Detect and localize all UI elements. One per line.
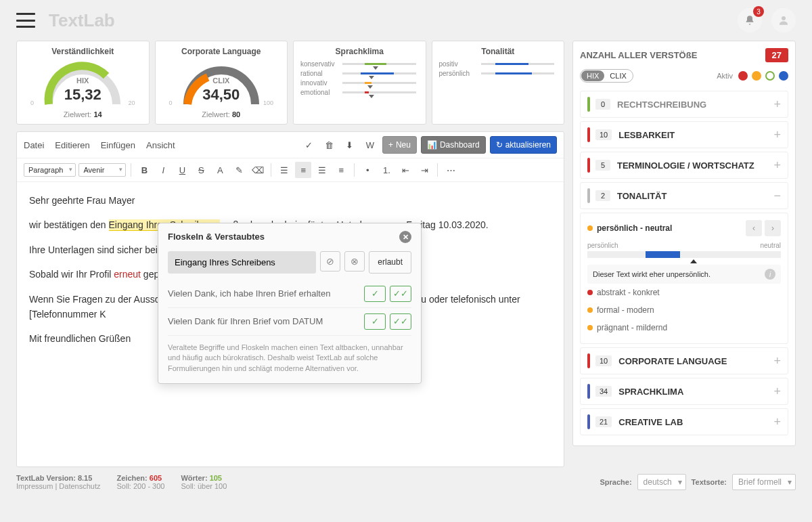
tonal-sub-item[interactable]: formal - modern <box>587 301 781 319</box>
category-sprachklima[interactable]: 34 SPRACHKLIMA + <box>580 378 788 405</box>
close-icon[interactable]: ✕ <box>399 231 411 243</box>
impressum-link[interactable]: Impressum | Datenschutz <box>16 482 101 490</box>
italic-icon[interactable]: I <box>155 162 171 178</box>
bullet-list-icon[interactable]: • <box>359 162 376 178</box>
suggestion-row: Vielen Dank für Ihren Brief vom DATUM ✓ … <box>168 308 411 336</box>
tonal-sub-item[interactable]: abstrakt - konkret <box>587 284 781 301</box>
popup-title: Floskeln & Verstaubtes <box>168 230 265 244</box>
filter-blue-icon[interactable] <box>779 71 788 81</box>
tonalitaet-detail: persönlich - neutral ‹› persönlichneutra… <box>580 213 788 344</box>
textsorte-select[interactable]: Brief formell <box>732 474 796 490</box>
menu-datei[interactable]: Datei <box>24 140 44 150</box>
next-icon[interactable]: › <box>765 220 781 236</box>
align-left-icon[interactable]: ☰ <box>276 162 292 178</box>
align-right-icon[interactable]: ☰ <box>314 162 330 178</box>
clix-card: Corporate Language CLIX 34,50 0 100 Ziel… <box>155 41 288 125</box>
accept-single-icon[interactable]: ✓ <box>364 286 386 302</box>
info-icon[interactable]: i <box>765 269 775 280</box>
aktualisieren-button[interactable]: ↻ aktualisieren <box>490 136 557 154</box>
category-corporatelanguage[interactable]: 10 CORPORATE LANGUAGE + <box>580 347 788 374</box>
sprache-select[interactable]: deutsch <box>637 474 686 490</box>
menu-einfuegen[interactable]: Einfügen <box>101 140 135 150</box>
hix-card: Verständlichkeit HIX 15,32 0 20 Zielwert… <box>16 41 150 125</box>
trash-icon[interactable]: 🗑 <box>321 137 338 153</box>
category-lesbarkeit[interactable]: 10 LESBARKEIT + <box>580 121 788 148</box>
strike-icon[interactable]: S <box>193 162 209 178</box>
hamburger-menu[interactable] <box>16 13 35 28</box>
download-icon[interactable]: ⬇ <box>342 137 358 153</box>
category-tonalitt[interactable]: 2 TONALITÄT − <box>580 182 788 209</box>
accept-all-icon[interactable]: ✓✓ <box>390 286 411 302</box>
more-icon[interactable]: ⋯ <box>443 162 459 178</box>
accept-all-icon[interactable]: ✓✓ <box>390 313 411 330</box>
prev-icon[interactable]: ‹ <box>746 220 762 236</box>
align-center-icon[interactable]: ≡ <box>295 162 311 178</box>
hix-title: Verständlichkeit <box>24 47 142 56</box>
category-terminologiewortschatz[interactable]: 5 TERMINOLOGIE / WORTSCHATZ + <box>580 152 788 179</box>
svg-point-0 <box>782 16 786 20</box>
outdent-icon[interactable]: ⇤ <box>397 162 413 178</box>
indent-icon[interactable]: ⇥ <box>416 162 432 178</box>
notifications-icon[interactable]: 3 <box>738 8 762 32</box>
number-list-icon[interactable]: 1. <box>378 162 394 178</box>
category-rechtschreibung[interactable]: 0 RECHTSCHREIBUNG + <box>580 91 788 118</box>
category-creativelab[interactable]: 21 CREATIVE LAB + <box>580 408 788 435</box>
filter-yellow-icon[interactable] <box>752 71 761 81</box>
underline-icon[interactable]: U <box>174 162 190 178</box>
check-icon[interactable]: ✓ <box>301 137 317 153</box>
tonalitaet-card: Tonalität positiv persönlich <box>432 41 565 125</box>
violations-total: 27 <box>765 48 788 62</box>
editor-content[interactable]: Sehr geehrte Frau Mayer wir bestätigen d… <box>17 182 564 466</box>
violations-title: ANZAHL ALLER VERSTÖßE <box>580 50 697 60</box>
violations-panel: ANZAHL ALLER VERSTÖßE 27 HIX CLIX Aktiv … <box>572 41 796 446</box>
sprachklima-card: Sprachklima konservativ rational innovat… <box>293 41 426 125</box>
word-icon[interactable]: W <box>362 137 378 153</box>
bold-icon[interactable]: B <box>136 162 152 178</box>
suggestion-popup: Floskeln & Verstaubtes ✕ ⊘ ⊗ erlaubt Vie… <box>158 223 422 384</box>
app-logo: TextLab <box>49 10 115 31</box>
popup-input[interactable] <box>168 251 316 274</box>
suggestion-row: Vielen Dank, ich habe Ihren Brief erhalt… <box>168 280 411 308</box>
reject-icon[interactable]: ⊗ <box>344 251 365 271</box>
filter-red-icon[interactable] <box>738 71 748 81</box>
notification-badge: 3 <box>753 6 764 17</box>
neu-button[interactable]: + Neu <box>382 136 417 154</box>
forbid-icon[interactable]: ⊘ <box>320 251 340 271</box>
align-justify-icon[interactable]: ≡ <box>333 162 349 178</box>
dashboard-button[interactable]: 📊 Dashboard <box>421 136 486 154</box>
hix-clix-toggle[interactable]: HIX CLIX <box>580 69 633 83</box>
clear-format-icon[interactable]: ⌫ <box>250 162 266 178</box>
textcolor-icon[interactable]: A <box>212 162 228 178</box>
accept-single-icon[interactable]: ✓ <box>364 313 386 330</box>
menu-editieren[interactable]: Editieren <box>55 140 89 150</box>
popup-note: Veraltete Begriffe und Floskeln machen e… <box>168 343 411 374</box>
user-avatar[interactable] <box>771 8 796 32</box>
highlight-icon[interactable]: ✎ <box>231 162 247 178</box>
font-select[interactable]: Avenir <box>78 163 126 177</box>
erlaubt-button[interactable]: erlaubt <box>369 251 411 274</box>
menu-ansicht[interactable]: Ansicht <box>146 140 175 150</box>
paragraph-select[interactable]: Paragraph <box>24 163 76 177</box>
filter-green-icon[interactable] <box>765 71 775 81</box>
tonal-sub-item[interactable]: prägnant - mildernd <box>587 319 781 336</box>
